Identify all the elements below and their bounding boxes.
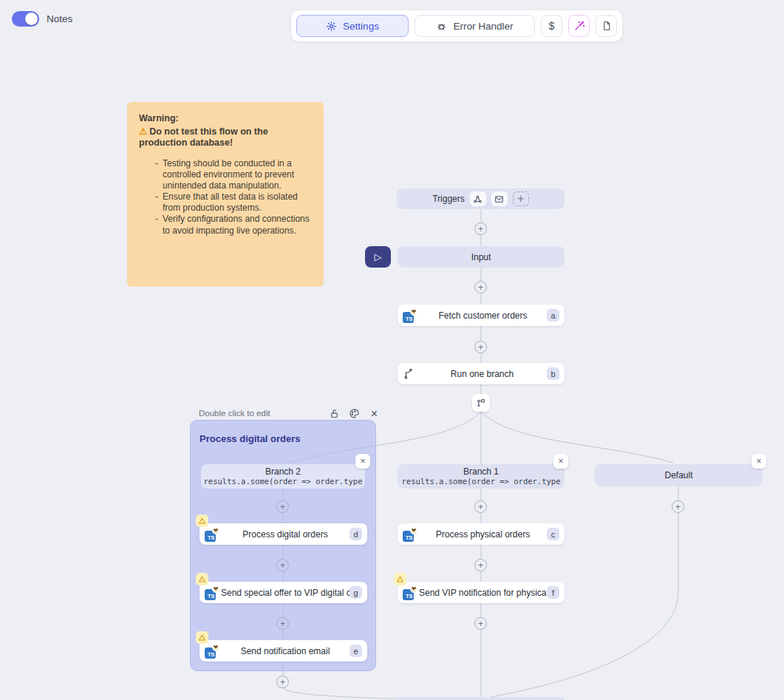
- default-branch-label[interactable]: Default: [595, 464, 763, 486]
- next-node-partial[interactable]: [398, 697, 565, 700]
- note-alert-text: Do not test this flow on the production …: [139, 126, 268, 149]
- flow-canvas[interactable]: Notes Settings Error Handler $: [0, 0, 784, 700]
- note-bullet: -Ensure that all test data is isolated f…: [139, 191, 312, 214]
- group-title: Process digital orders: [200, 433, 301, 444]
- add-step-button[interactable]: +: [474, 500, 487, 513]
- top-toolbar: Settings Error Handler $: [291, 10, 622, 41]
- add-step-button[interactable]: +: [474, 281, 487, 293]
- webhook-trigger-chip[interactable]: [470, 191, 486, 206]
- add-step-button[interactable]: +: [474, 617, 487, 630]
- magic-wand-icon: [573, 20, 585, 32]
- add-step-button[interactable]: +: [276, 676, 289, 688]
- dollar-icon: $: [549, 20, 555, 32]
- bullet-text: Verify configurations and connections to…: [163, 214, 312, 236]
- add-trigger-button[interactable]: +: [513, 191, 529, 206]
- palette-icon[interactable]: [348, 407, 361, 420]
- add-step-button[interactable]: +: [276, 617, 289, 630]
- warning-badge: [394, 573, 406, 585]
- warning-icon: ⚠: [139, 126, 147, 137]
- branch-condition: results.a.some(order => order.type: [204, 477, 363, 486]
- step-kind-badge: [212, 585, 219, 593]
- mail-icon: [494, 194, 504, 204]
- node-label: Run one branch: [417, 369, 547, 379]
- warning-note[interactable]: Warning: ⚠Do not test this flow on the p…: [127, 102, 324, 287]
- bullet-dash: -: [155, 191, 158, 214]
- add-step-button[interactable]: +: [276, 500, 289, 513]
- node-fetch-customer-orders[interactable]: TS Fetch customer orders a: [398, 305, 565, 326]
- node-process-digital-orders[interactable]: TS Process digital orders d: [200, 523, 367, 545]
- node-send-notification-email[interactable]: TS Send notification email e: [200, 640, 367, 662]
- plus-icon: +: [478, 503, 483, 512]
- bullet-dash: -: [155, 214, 158, 236]
- branch-2-label[interactable]: Branch 2 results.a.some(order => order.t…: [201, 464, 365, 489]
- node-send-special-offer[interactable]: TS Send special offer to VIP digital c..…: [200, 582, 367, 603]
- node-run-one-branch[interactable]: Run one branch b: [398, 363, 565, 384]
- plus-icon: +: [675, 503, 681, 512]
- step-letter-badge: c: [547, 528, 559, 540]
- step-letter-badge: d: [350, 528, 362, 540]
- branch-title: Default: [664, 470, 692, 480]
- settings-button[interactable]: Settings: [296, 15, 409, 37]
- note-alert: ⚠Do not test this flow on the production…: [139, 126, 312, 149]
- triggers-bar[interactable]: Triggers +: [397, 188, 565, 209]
- group-process-digital-orders[interactable]: [190, 420, 376, 671]
- node-label: Process digital orders: [221, 529, 350, 540]
- bullet-text: Testing should be conducted in a control…: [163, 158, 312, 191]
- plus-icon: +: [280, 561, 285, 570]
- plus-icon: +: [478, 619, 483, 628]
- close-group-icon[interactable]: ×: [368, 407, 381, 420]
- magic-wand-button[interactable]: [568, 15, 590, 37]
- delete-default-branch-button[interactable]: ×: [751, 454, 766, 469]
- branch-split-node[interactable]: [472, 394, 490, 412]
- close-icon: ×: [756, 456, 761, 466]
- plus-icon: +: [478, 343, 483, 352]
- step-letter-badge: b: [547, 367, 559, 380]
- input-node[interactable]: Input: [398, 246, 565, 268]
- run-flow-button[interactable]: ▷: [365, 246, 391, 268]
- connection-wires: [0, 0, 784, 700]
- typescript-step-icon: TS: [403, 527, 417, 542]
- node-label: Process physical orders: [419, 529, 547, 540]
- branch-title: Branch 2: [265, 466, 301, 477]
- step-kind-badge: [212, 527, 219, 534]
- plus-icon: +: [517, 192, 524, 205]
- add-step-button[interactable]: +: [276, 559, 289, 571]
- node-send-vip-notification[interactable]: TS Send VIP notification for physical...…: [398, 582, 565, 603]
- delete-branch-2-button[interactable]: ×: [355, 454, 370, 469]
- document-button[interactable]: [596, 15, 617, 37]
- bullet-dash: -: [155, 158, 158, 191]
- add-step-button[interactable]: +: [474, 341, 487, 353]
- plus-icon: +: [478, 283, 483, 292]
- node-label: Send notification email: [221, 646, 350, 656]
- delete-branch-1-button[interactable]: ×: [553, 454, 568, 469]
- note-bullet: -Verify configurations and connections t…: [139, 214, 312, 236]
- branch-1-label[interactable]: Branch 1 results.a.some(order => order.t…: [398, 464, 565, 489]
- add-step-button[interactable]: +: [474, 559, 487, 571]
- notes-label: Notes: [47, 13, 72, 24]
- input-node-label: Input: [471, 252, 491, 262]
- step-kind-badge: [410, 308, 417, 316]
- error-handler-button[interactable]: Error Handler: [415, 15, 535, 37]
- error-handler-label: Error Handler: [453, 21, 513, 32]
- settings-label: Settings: [343, 21, 379, 32]
- node-label: Fetch customer orders: [419, 310, 547, 321]
- add-step-button[interactable]: +: [672, 500, 684, 513]
- dollar-button[interactable]: $: [541, 15, 562, 37]
- unlock-icon[interactable]: [328, 407, 341, 420]
- add-step-button[interactable]: +: [474, 222, 487, 235]
- step-letter-badge: e: [350, 645, 362, 657]
- warning-triangle-icon: [396, 575, 404, 583]
- email-trigger-chip[interactable]: [491, 191, 508, 206]
- node-label: Send VIP notification for physical...: [419, 588, 547, 598]
- document-icon: [601, 21, 612, 31]
- group-edit-hint: Double click to edit: [199, 409, 270, 418]
- node-process-physical-orders[interactable]: TS Process physical orders c: [398, 523, 565, 545]
- warning-triangle-icon: [198, 633, 206, 642]
- step-letter-badge: f: [547, 586, 559, 599]
- plus-icon: +: [280, 503, 285, 512]
- step-kind-badge: [212, 644, 219, 651]
- close-icon: ×: [558, 456, 563, 466]
- note-bullet: -Testing should be conducted in a contro…: [139, 158, 312, 191]
- notes-toggle[interactable]: [12, 11, 39, 27]
- branch-title: Branch 1: [463, 466, 499, 477]
